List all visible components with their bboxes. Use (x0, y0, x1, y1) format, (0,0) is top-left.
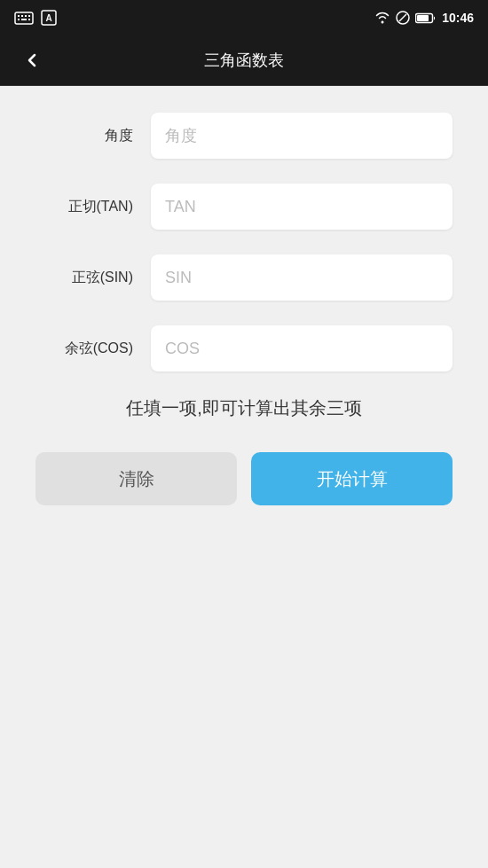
svg-rect-1 (18, 15, 20, 17)
tan-input[interactable] (151, 184, 453, 230)
tan-label: 正切(TAN) (35, 198, 133, 216)
sin-input[interactable] (151, 254, 453, 301)
cos-label: 余弦(COS) (35, 340, 133, 358)
svg-text:A: A (45, 13, 51, 23)
sin-label: 正弦(SIN) (35, 269, 133, 287)
svg-rect-13 (417, 15, 429, 21)
sin-field-row: 正弦(SIN) (35, 254, 453, 301)
cos-input[interactable] (151, 325, 453, 371)
keyboard-icon (14, 12, 34, 25)
svg-rect-5 (18, 19, 20, 20)
main-content: 角度 正切(TAN) 正弦(SIN) 余弦(COS) 任填一项,即可计算出其余三… (0, 86, 488, 868)
angle-field-row: 角度 (35, 113, 453, 159)
buttons-row: 清除 开始计算 (35, 452, 453, 505)
svg-rect-4 (28, 15, 30, 17)
wifi-icon (374, 12, 390, 24)
hint-text: 任填一项,即可计算出其余三项 (35, 396, 453, 420)
calculate-button[interactable]: 开始计算 (251, 452, 453, 505)
status-bar-right-icons: 10:46 (374, 11, 474, 25)
tan-field-row: 正切(TAN) (35, 184, 453, 230)
a-text-icon: A (41, 10, 57, 26)
page-title: 三角函数表 (204, 50, 284, 71)
clear-button[interactable]: 清除 (35, 452, 237, 505)
back-button[interactable] (14, 43, 50, 78)
svg-line-11 (399, 14, 406, 21)
nav-bar: 三角函数表 (0, 35, 488, 85)
signal-blocked-icon (396, 11, 410, 25)
status-bar-left-icons: A (14, 10, 57, 26)
svg-rect-2 (21, 15, 23, 17)
svg-rect-6 (21, 19, 27, 20)
angle-label: 角度 (35, 127, 133, 145)
time-display: 10:46 (442, 11, 474, 25)
svg-rect-7 (28, 19, 30, 20)
svg-rect-0 (15, 12, 33, 24)
angle-input[interactable] (151, 113, 453, 159)
status-bar: A 10:46 (0, 0, 488, 35)
cos-field-row: 余弦(COS) (35, 325, 453, 371)
battery-icon (415, 12, 437, 24)
svg-rect-3 (25, 15, 27, 17)
